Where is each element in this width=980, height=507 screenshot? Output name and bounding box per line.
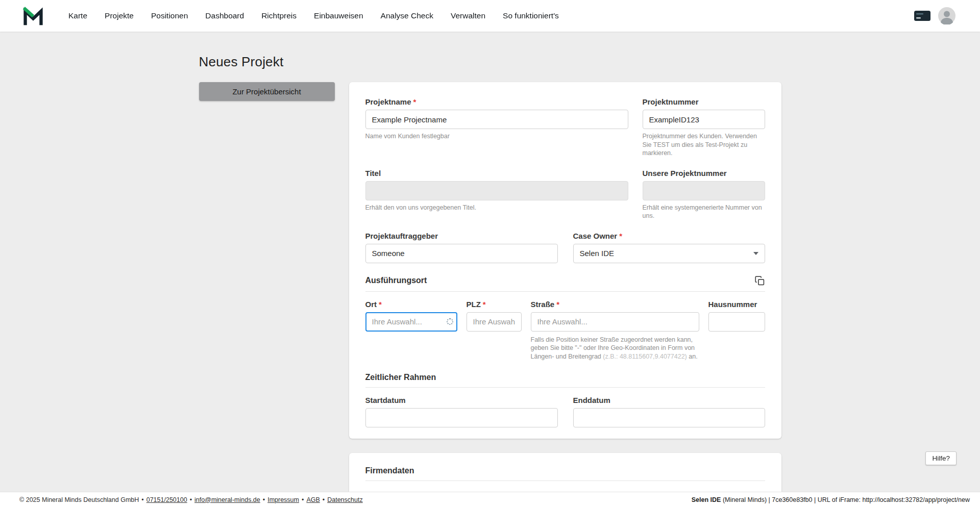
- phone-link[interactable]: 07151/250100: [146, 496, 187, 503]
- session-user: Selen IDE: [692, 496, 721, 503]
- nav-item-positionen[interactable]: Positionen: [151, 11, 188, 20]
- firmendaten-heading: Firmendaten: [365, 466, 414, 475]
- nav-item-verwalten[interactable]: Verwalten: [451, 11, 485, 20]
- hausnummer-label: Hausnummer: [708, 300, 765, 309]
- field-plz: PLZ*: [467, 300, 522, 332]
- enddatum-input[interactable]: [573, 408, 765, 427]
- enddatum-label: Enddatum: [573, 396, 765, 404]
- field-unsere-projektnummer: Unsere Projektnummer Erhält eine systemg…: [643, 169, 765, 220]
- projektauftraggeber-input[interactable]: [365, 244, 558, 263]
- user-avatar[interactable]: [938, 7, 955, 24]
- nav-item-dashboard[interactable]: Dashboard: [205, 11, 244, 20]
- projektname-input[interactable]: [365, 110, 628, 129]
- field-projektnummer: Projektnummer Projektnummer des Kunden. …: [643, 97, 765, 158]
- email-link[interactable]: info@mineral-minds.de: [194, 496, 260, 503]
- impressum-link[interactable]: Impressum: [267, 496, 299, 503]
- projektauftraggeber-label: Projektauftraggeber: [365, 232, 558, 240]
- case-owner-value: Selen IDE: [580, 249, 615, 258]
- field-strasse: Straße*: [531, 300, 699, 332]
- field-case-owner: Case Owner* Selen IDE: [573, 232, 765, 263]
- required-asterisk: *: [379, 300, 382, 309]
- field-titel: Titel Erhält den von uns vorgegebenen Ti…: [365, 169, 628, 220]
- unsere-projektnummer-helper: Erhält eine systemgenerierte Nummer von …: [643, 204, 765, 220]
- footer-separator: •: [323, 496, 325, 503]
- copyright-text: © 2025 Mineral Minds Deutschland GmbH: [19, 496, 139, 503]
- plz-label: PLZ*: [467, 300, 522, 309]
- field-startdatum: Startdatum: [365, 396, 558, 427]
- nav-item-richtpreis[interactable]: Richtpreis: [261, 11, 297, 20]
- ort-label: Ort*: [365, 300, 457, 309]
- field-projektname: Projektname* Name vom Kunden festlegbar: [365, 97, 628, 158]
- session-details: (Mineral Minds) | 7ce360e83fb0 | URL of …: [721, 496, 970, 503]
- person-icon: [938, 7, 955, 24]
- chevron-down-icon: [753, 252, 758, 255]
- section-zeitlicher-rahmen: Zeitlicher Rahmen: [365, 373, 765, 388]
- nav-item-so-funktionierts[interactable]: So funktioniert's: [503, 11, 559, 20]
- required-asterisk: *: [556, 300, 559, 309]
- footer-left: © 2025 Mineral Minds Deutschland GmbH • …: [19, 496, 363, 503]
- help-button[interactable]: Hilfe?: [925, 451, 957, 465]
- startdatum-input[interactable]: [365, 408, 558, 427]
- projektname-helper: Name vom Kunden festlegbar: [365, 132, 628, 141]
- footer-separator: •: [190, 496, 192, 503]
- strasse-helper: Falls die Position keiner Straße zugeord…: [531, 336, 699, 361]
- field-ort: Ort*: [365, 300, 457, 332]
- unsere-projektnummer-label: Unsere Projektnummer: [643, 169, 765, 178]
- project-overview-button[interactable]: Zur Projektübersicht: [199, 82, 335, 101]
- unsere-projektnummer-input: [643, 181, 765, 200]
- ort-input[interactable]: [365, 312, 457, 332]
- session-info: Selen IDE (Mineral Minds) | 7ce360e83fb0…: [692, 496, 970, 503]
- section-ausfuehrungsort: Ausführungsort: [365, 275, 765, 292]
- strasse-label: Straße*: [531, 300, 699, 309]
- copy-address-button[interactable]: [754, 275, 765, 286]
- credit-card-icon[interactable]: [914, 9, 931, 22]
- titel-label: Titel: [365, 169, 628, 178]
- section-firmendaten: Firmendaten: [365, 466, 765, 481]
- brand-logo[interactable]: [22, 6, 44, 26]
- page-title: Neues Projekt: [199, 54, 781, 70]
- titel-input: [365, 181, 628, 200]
- field-enddatum: Enddatum: [573, 396, 765, 427]
- footer-separator: •: [263, 496, 265, 503]
- ausfuehrungsort-heading: Ausführungsort: [365, 276, 427, 285]
- project-form-card: Projektname* Name vom Kunden festlegbar …: [349, 82, 781, 439]
- required-asterisk: *: [619, 232, 622, 240]
- header-icons: [914, 7, 955, 24]
- loading-spinner-icon: [447, 318, 453, 325]
- nav-item-analyse-check[interactable]: Analyse Check: [381, 11, 433, 20]
- required-asterisk: *: [483, 300, 486, 309]
- main-content: Neues Projekt Zur Projektübersicht Proje…: [0, 0, 980, 507]
- case-owner-label: Case Owner*: [573, 232, 765, 240]
- top-nav: Karte Projekte Positionen Dashboard Rich…: [0, 0, 980, 32]
- case-owner-select[interactable]: Selen IDE: [573, 244, 765, 263]
- projektname-label: Projektname*: [365, 97, 628, 106]
- strasse-input[interactable]: [531, 312, 699, 332]
- nav-item-projekte[interactable]: Projekte: [105, 11, 134, 20]
- required-asterisk: *: [413, 97, 416, 106]
- projektnummer-helper: Projektnummer des Kunden. Verwenden Sie …: [643, 132, 765, 158]
- nav-item-karte[interactable]: Karte: [68, 11, 87, 20]
- brand-logo-icon: [22, 6, 44, 26]
- footer: © 2025 Mineral Minds Deutschland GmbH • …: [0, 492, 980, 507]
- hausnummer-input[interactable]: [708, 312, 765, 332]
- startdatum-label: Startdatum: [365, 396, 558, 404]
- zeitlicher-rahmen-heading: Zeitlicher Rahmen: [365, 373, 436, 382]
- titel-helper: Erhält den von uns vorgegebenen Titel.: [365, 204, 628, 212]
- footer-separator: •: [302, 496, 304, 503]
- projektnummer-input[interactable]: [643, 110, 765, 129]
- plz-input[interactable]: [467, 312, 522, 332]
- footer-separator: •: [141, 496, 143, 503]
- field-projektauftraggeber: Projektauftraggeber: [365, 232, 558, 263]
- copy-icon: [754, 275, 765, 286]
- datenschutz-link[interactable]: Datenschutz: [327, 496, 362, 503]
- nav-item-einbauweisen[interactable]: Einbauweisen: [314, 11, 363, 20]
- projektnummer-label: Projektnummer: [643, 97, 765, 106]
- main-nav: Karte Projekte Positionen Dashboard Rich…: [68, 11, 559, 20]
- field-hausnummer: Hausnummer: [708, 300, 765, 332]
- agb-link[interactable]: AGB: [306, 496, 320, 503]
